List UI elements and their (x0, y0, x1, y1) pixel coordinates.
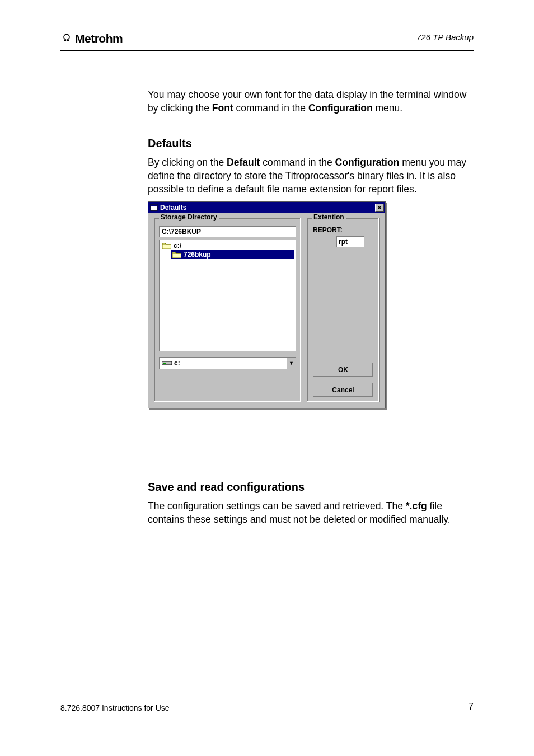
directory-tree[interactable]: c:\ 726bkup (159, 240, 296, 351)
header-rule (60, 50, 474, 51)
group-extension-label: Extention (312, 213, 346, 221)
footer-rule (60, 697, 474, 697)
folder-open-icon (172, 251, 181, 258)
footer-doc-id: 8.726.8007 Instructions for Use (60, 703, 170, 712)
page-number: 7 (469, 701, 474, 712)
group-extension: Extention REPORT: rpt OK Cancel (307, 218, 380, 402)
path-input[interactable]: C:\726BKUP (159, 226, 296, 237)
brand-logo: Metrohm (60, 31, 123, 46)
svg-rect-1 (151, 205, 157, 206)
defaults-dialog: Defaults Storage Directory C:\726BKUP c:… (148, 201, 386, 408)
tree-row-root[interactable]: c:\ (161, 241, 294, 250)
cancel-button[interactable]: Cancel (313, 383, 373, 397)
group-storage-label: Storage Directory (159, 213, 219, 221)
paragraph-font: You may choose your own font for the dat… (148, 88, 474, 115)
app-icon (150, 204, 158, 212)
heading-save-config: Save and read configurations (148, 481, 305, 494)
close-button[interactable] (375, 204, 384, 212)
heading-defaults: Defaults (148, 137, 192, 150)
drive-select[interactable]: c: ▼ (159, 357, 296, 369)
dialog-titlebar[interactable]: Defaults (148, 202, 385, 213)
dialog-title: Defaults (160, 204, 186, 212)
brand-name: Metrohm (75, 32, 123, 45)
svg-rect-3 (163, 363, 166, 364)
drive-icon (162, 360, 172, 367)
header-chapter: 726 TP Backup (416, 32, 474, 42)
ext-report-label: REPORT: (313, 226, 373, 234)
tree-row-selected[interactable]: 726bkup (171, 250, 294, 259)
omega-icon (60, 31, 73, 46)
paragraph-defaults: By clicking on the Default command in th… (148, 156, 474, 196)
chevron-down-icon[interactable]: ▼ (287, 358, 296, 369)
group-storage: Storage Directory C:\726BKUP c:\ 726bkup (154, 218, 301, 402)
folder-open-icon (162, 242, 171, 249)
ok-button[interactable]: OK (313, 363, 373, 377)
paragraph-save-config: The configuration settings can be saved … (148, 499, 474, 526)
ext-input[interactable]: rpt (336, 236, 364, 247)
